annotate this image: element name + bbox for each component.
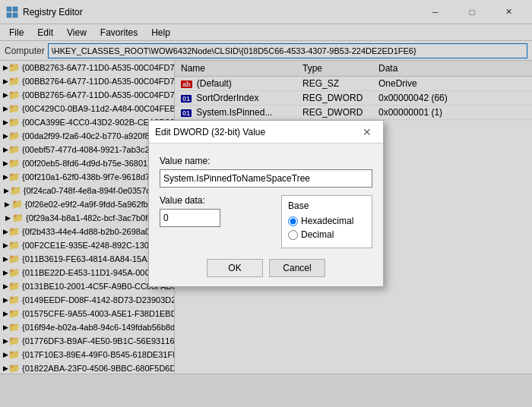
value-name-input[interactable] [160, 169, 372, 188]
dialog-body: Value name: Value data: Base Hexadecimal… [149, 144, 383, 286]
dialog-row: Value data: Base Hexadecimal Decimal [160, 195, 372, 248]
hex-label[interactable]: Hexadecimal [301, 216, 353, 226]
dialog-title-text: Edit DWORD (32-bit) Value [155, 127, 357, 137]
value-data-label: Value data: [160, 195, 274, 206]
value-data-section: Value data: [160, 195, 274, 248]
edit-dword-dialog: Edit DWORD (32-bit) Value ✕ Value name: … [148, 120, 384, 287]
ok-button[interactable]: OK [207, 259, 263, 277]
value-data-input[interactable] [160, 209, 220, 227]
dialog-title-bar: Edit DWORD (32-bit) Value ✕ [149, 121, 383, 144]
dec-label[interactable]: Decimal [301, 229, 334, 240]
modal-overlay: Edit DWORD (32-bit) Value ✕ Value name: … [0, 0, 532, 407]
dialog-buttons: OK Cancel [160, 259, 372, 277]
base-label: Base [288, 200, 366, 211]
hex-radio[interactable] [288, 216, 298, 226]
base-section: Base Hexadecimal Decimal [281, 195, 372, 248]
hexadecimal-option[interactable]: Hexadecimal [288, 216, 366, 226]
dec-radio[interactable] [288, 230, 298, 240]
dialog-close-button[interactable]: ✕ [357, 124, 377, 140]
decimal-option[interactable]: Decimal [288, 229, 366, 240]
value-name-label: Value name: [160, 156, 372, 166]
cancel-button[interactable]: Cancel [269, 259, 325, 277]
